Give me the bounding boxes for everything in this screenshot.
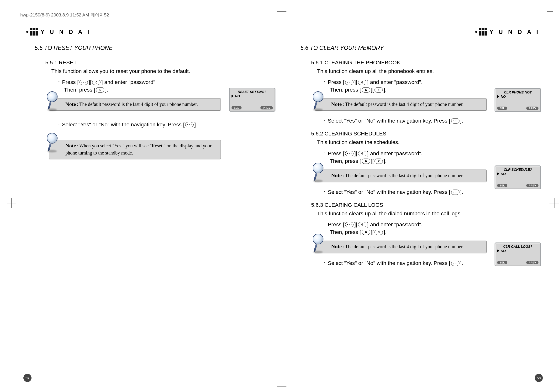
key-2-icon: 2	[374, 159, 383, 164]
key-5-icon: 5	[96, 87, 104, 92]
step-press-left-1: • Press [ ][ 0 ] and enter "password".	[58, 79, 274, 85]
note-label: Note	[331, 172, 342, 178]
menu-key-icon	[451, 118, 459, 124]
section-title-right: 5.6 TO CLEAR YOUR MEMORY	[300, 45, 540, 51]
softkey-sel: SEL	[497, 261, 507, 264]
softkey-prev: PREV	[526, 107, 539, 110]
note-box-561: Note: The default password is the last 4…	[315, 98, 487, 111]
note-label: Note	[65, 143, 76, 149]
phone-screen-clr-phone: CLR PHONE NO? NO SEL PREV	[494, 88, 541, 112]
step-press-561: • Press [ ][ 0 ] and enter "password".	[324, 79, 540, 85]
phone-screen-reset: RESET SETTING? NO SEL PREV	[229, 88, 275, 112]
menu-key-icon	[79, 80, 88, 85]
key-0-icon: 0	[92, 80, 101, 85]
step-select-left: • Select "Yes" or "No" with the navigati…	[58, 122, 274, 128]
screen-selected: NO	[235, 94, 240, 98]
note-text: : The default password is the last 4 dig…	[343, 244, 464, 249]
key-0-icon: 0	[358, 80, 366, 85]
key-6-icon: 6	[362, 159, 370, 164]
menu-key-icon	[345, 222, 354, 227]
subsection-551-title: 5.5.1 RESET	[45, 60, 274, 66]
triangle-right-icon	[497, 249, 499, 252]
subsection-562-title: 5.6.2 CLEARING SCHEDULES	[311, 131, 540, 137]
subsection-562-desc: This function clears the schedules.	[317, 139, 540, 146]
section-title-left: 5.5 TO RESET YOUR PHONE	[35, 45, 274, 51]
step-then-562: Then, press [ 6 ][ 2 ].	[330, 158, 540, 164]
step-then-563: Then, press [ 6 ][ 3 ].	[330, 229, 540, 235]
key-0-icon: 0	[358, 151, 366, 156]
note-text: : When you select "Yes ",you will see "R…	[65, 143, 212, 155]
subsection-563-desc: This function clears up all the dialed n…	[317, 210, 540, 217]
softkey-prev: PREV	[526, 261, 539, 264]
subsection-561-desc: This function clears up all the phoneboo…	[317, 68, 540, 75]
screen-selected: NO	[501, 172, 506, 176]
key-1-icon: 1	[374, 87, 383, 92]
screen-title: CLR SCHEDULE?	[497, 168, 539, 171]
magnifier-icon	[47, 133, 62, 152]
crop-mark-right	[550, 198, 559, 208]
key-3-icon: 3	[374, 230, 383, 235]
softkey-sel: SEL	[497, 107, 507, 110]
key-6-icon: 6	[362, 230, 370, 235]
menu-key-icon	[451, 261, 459, 266]
screen-title: CLR CALL LOGS?	[497, 245, 539, 249]
note-box-562: Note: The default password is the last 4…	[315, 169, 487, 182]
page-number-left: 52	[23, 374, 31, 382]
subsection-563-title: 5.6.3 CLEARING CALL LOGS	[311, 202, 540, 208]
note-text: : The default password is the last 4 dig…	[343, 102, 464, 107]
hyundai-logo-right: Y U N D A I	[292, 28, 540, 36]
phone-screen-clr-schedule: CLR SCHEDULE? NO SEL PREV	[494, 165, 541, 189]
softkey-prev: PREV	[526, 184, 539, 187]
hyundai-logo-left: Y U N D A I	[26, 28, 274, 36]
menu-key-icon	[185, 122, 194, 127]
softkey-sel: SEL	[497, 184, 507, 187]
crop-mark-left	[7, 198, 16, 208]
triangle-right-icon	[232, 95, 234, 98]
note-text: : The default password is the last 4 dig…	[343, 173, 464, 178]
magnifier-icon	[47, 91, 62, 111]
screen-title: RESET SETTING?	[232, 90, 273, 94]
step-press-562: • Press [ ][ 0 ] and enter "password".	[324, 151, 540, 157]
note-label: Note	[331, 101, 342, 107]
source-file-header: hwp-2150(8-9) 2003.8.9 11:52 AM 페이지52	[20, 12, 109, 18]
triangle-right-icon	[497, 172, 499, 175]
crop-mark-bottom	[277, 382, 286, 391]
phone-screen-clr-calllogs: CLR CALL LOGS? NO SEL PREV	[494, 242, 541, 266]
triangle-right-icon	[497, 95, 499, 98]
crop-mark-top	[277, 7, 286, 16]
key-0-icon: 0	[358, 222, 366, 227]
softkey-sel: SEL	[232, 106, 242, 109]
screen-selected: NO	[501, 95, 506, 98]
note-label: Note	[331, 243, 342, 249]
step-press-563: • Press [ ][ 0 ] and enter "password".	[324, 222, 540, 228]
subsection-551-desc: This function allows you to reset your p…	[51, 68, 274, 75]
screen-selected: NO	[501, 249, 506, 253]
magnifier-icon	[313, 234, 327, 253]
note-box-left-2: Note: When you select "Yes ",you will se…	[49, 140, 221, 159]
subsection-561-title: 5.6.1 CLEARING THE PHONEBOOK	[311, 60, 540, 66]
note-label: Note	[65, 101, 76, 107]
step-select-562: •Select "Yes" or "No" with the navigatio…	[324, 189, 540, 195]
menu-key-icon	[345, 80, 354, 85]
note-text: : The default password is the last 4 dig…	[77, 102, 198, 107]
page-spread: Y U N D A I 5.5 TO RESET YOUR PHONE 5.5.…	[21, 24, 545, 383]
menu-key-icon	[345, 151, 354, 156]
softkey-prev: PREV	[261, 106, 273, 109]
step-select-561: •Select "Yes" or "No" with the navigatio…	[324, 118, 540, 124]
page-52: Y U N D A I 5.5 TO RESET YOUR PHONE 5.5.…	[21, 24, 279, 383]
brand-text: Y U N D A I	[490, 29, 540, 35]
page-53: Y U N D A I 5.6 TO CLEAR YOUR MEMORY 5.6…	[287, 24, 545, 383]
note-box-563: Note: The default password is the last 4…	[315, 241, 487, 253]
note-box-left-1: Note: The default password is the last 4…	[49, 98, 221, 111]
brand-text: Y U N D A I	[41, 29, 91, 35]
menu-key-icon	[451, 190, 459, 195]
magnifier-icon	[313, 163, 327, 182]
magnifier-icon	[313, 91, 327, 111]
page-number-right: 53	[535, 374, 543, 382]
screen-title: CLR PHONE NO?	[497, 90, 539, 94]
key-6-icon: 6	[362, 87, 370, 92]
